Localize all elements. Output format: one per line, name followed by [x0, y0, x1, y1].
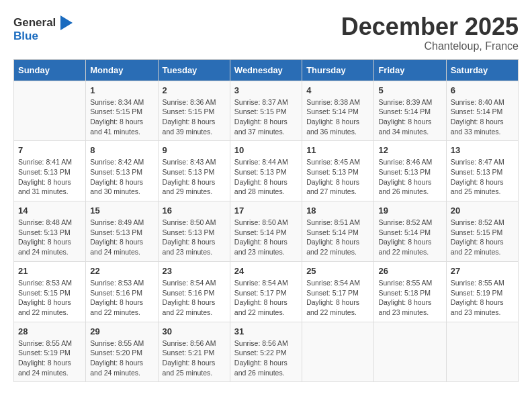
day-number: 19 [378, 205, 441, 216]
day-header-wednesday: Wednesday [230, 59, 302, 81]
calendar-cell: 11Sunrise: 8:45 AM Sunset: 5:13 PM Dayli… [302, 141, 374, 201]
day-info: Sunrise: 8:56 AM Sunset: 5:21 PM Dayligh… [163, 338, 226, 378]
day-info: Sunrise: 8:48 AM Sunset: 5:13 PM Dayligh… [18, 218, 81, 257]
day-info: Sunrise: 8:41 AM Sunset: 5:13 PM Dayligh… [18, 157, 81, 197]
day-info: Sunrise: 8:55 AM Sunset: 5:19 PM Dayligh… [18, 338, 81, 378]
day-header-thursday: Thursday [302, 59, 374, 81]
day-number: 27 [451, 266, 514, 276]
calendar-cell: 27Sunrise: 8:55 AM Sunset: 5:19 PM Dayli… [446, 261, 518, 322]
week-row-1: 1Sunrise: 8:34 AM Sunset: 5:15 PM Daylig… [14, 81, 519, 141]
day-number: 1 [90, 85, 153, 95]
day-number: 13 [451, 145, 514, 155]
day-info: Sunrise: 8:38 AM Sunset: 5:14 PM Dayligh… [306, 97, 369, 137]
calendar-cell: 28Sunrise: 8:55 AM Sunset: 5:19 PM Dayli… [14, 322, 86, 382]
calendar-cell: 8Sunrise: 8:42 AM Sunset: 5:13 PM Daylig… [86, 141, 158, 201]
week-row-4: 21Sunrise: 8:53 AM Sunset: 5:15 PM Dayli… [14, 261, 519, 322]
calendar-cell: 20Sunrise: 8:52 AM Sunset: 5:15 PM Dayli… [446, 201, 518, 262]
header-row: SundayMondayTuesdayWednesdayThursdayFrid… [14, 59, 519, 81]
day-number: 24 [234, 266, 298, 276]
day-number: 25 [306, 266, 369, 276]
day-header-tuesday: Tuesday [158, 59, 230, 81]
day-info: Sunrise: 8:53 AM Sunset: 5:15 PM Dayligh… [18, 278, 81, 318]
day-info: Sunrise: 8:40 AM Sunset: 5:14 PM Dayligh… [451, 97, 514, 137]
day-info: Sunrise: 8:47 AM Sunset: 5:13 PM Dayligh… [451, 157, 514, 197]
day-number: 31 [234, 326, 298, 336]
calendar-cell: 15Sunrise: 8:49 AM Sunset: 5:13 PM Dayli… [86, 201, 158, 262]
calendar-cell: 4Sunrise: 8:38 AM Sunset: 5:14 PM Daylig… [302, 81, 374, 141]
calendar-cell: 31Sunrise: 8:56 AM Sunset: 5:22 PM Dayli… [230, 322, 302, 382]
day-info: Sunrise: 8:50 AM Sunset: 5:13 PM Dayligh… [163, 218, 226, 257]
calendar-cell: 7Sunrise: 8:41 AM Sunset: 5:13 PM Daylig… [14, 141, 86, 201]
day-info: Sunrise: 8:54 AM Sunset: 5:16 PM Dayligh… [163, 278, 226, 318]
day-number: 17 [234, 205, 298, 216]
day-info: Sunrise: 8:54 AM Sunset: 5:17 PM Dayligh… [306, 278, 369, 318]
day-number: 26 [378, 266, 441, 276]
day-number: 21 [18, 266, 81, 276]
calendar-cell: 12Sunrise: 8:46 AM Sunset: 5:13 PM Dayli… [374, 141, 446, 201]
day-number: 11 [306, 145, 369, 155]
calendar-cell: 17Sunrise: 8:50 AM Sunset: 5:14 PM Dayli… [230, 201, 302, 262]
day-number: 15 [90, 205, 153, 216]
calendar-cell: 2Sunrise: 8:36 AM Sunset: 5:15 PM Daylig… [158, 81, 230, 141]
calendar-cell: 22Sunrise: 8:53 AM Sunset: 5:16 PM Dayli… [86, 261, 158, 322]
calendar-cell: 19Sunrise: 8:52 AM Sunset: 5:14 PM Dayli… [374, 201, 446, 262]
day-number: 18 [306, 205, 369, 216]
day-number: 2 [163, 85, 226, 95]
day-number: 10 [234, 145, 298, 155]
day-info: Sunrise: 8:56 AM Sunset: 5:22 PM Dayligh… [234, 338, 298, 378]
logo-general: General [13, 16, 56, 29]
calendar-cell: 26Sunrise: 8:55 AM Sunset: 5:18 PM Dayli… [374, 261, 446, 322]
week-row-2: 7Sunrise: 8:41 AM Sunset: 5:13 PM Daylig… [14, 141, 519, 201]
calendar-cell: 16Sunrise: 8:50 AM Sunset: 5:13 PM Dayli… [158, 201, 230, 262]
svg-marker-0 [60, 15, 73, 30]
day-number: 30 [163, 326, 226, 336]
calendar-cell: 3Sunrise: 8:37 AM Sunset: 5:15 PM Daylig… [230, 81, 302, 141]
day-number: 14 [18, 205, 81, 216]
day-header-friday: Friday [374, 59, 446, 81]
day-info: Sunrise: 8:52 AM Sunset: 5:14 PM Dayligh… [378, 218, 441, 257]
day-info: Sunrise: 8:51 AM Sunset: 5:14 PM Dayligh… [306, 218, 369, 257]
calendar-cell [446, 322, 518, 382]
day-number: 29 [90, 326, 153, 336]
day-info: Sunrise: 8:39 AM Sunset: 5:14 PM Dayligh… [378, 97, 441, 137]
calendar-cell: 13Sunrise: 8:47 AM Sunset: 5:13 PM Dayli… [446, 141, 518, 201]
calendar-cell: 23Sunrise: 8:54 AM Sunset: 5:16 PM Dayli… [158, 261, 230, 322]
day-header-saturday: Saturday [446, 59, 518, 81]
day-header-monday: Monday [86, 59, 158, 81]
day-info: Sunrise: 8:43 AM Sunset: 5:13 PM Dayligh… [163, 157, 226, 197]
calendar-cell: 6Sunrise: 8:40 AM Sunset: 5:14 PM Daylig… [446, 81, 518, 141]
day-info: Sunrise: 8:45 AM Sunset: 5:13 PM Dayligh… [306, 157, 369, 197]
day-info: Sunrise: 8:34 AM Sunset: 5:15 PM Dayligh… [90, 97, 153, 137]
calendar-cell: 14Sunrise: 8:48 AM Sunset: 5:13 PM Dayli… [14, 201, 86, 262]
title-area: December 2025 Chanteloup, France [341, 13, 519, 52]
day-info: Sunrise: 8:54 AM Sunset: 5:17 PM Dayligh… [234, 278, 298, 318]
day-info: Sunrise: 8:52 AM Sunset: 5:15 PM Dayligh… [451, 218, 514, 257]
calendar-cell: 30Sunrise: 8:56 AM Sunset: 5:21 PM Dayli… [158, 322, 230, 382]
day-info: Sunrise: 8:53 AM Sunset: 5:16 PM Dayligh… [90, 278, 153, 318]
day-number: 22 [90, 266, 153, 276]
calendar-cell [14, 81, 86, 141]
day-header-sunday: Sunday [14, 59, 86, 81]
day-info: Sunrise: 8:42 AM Sunset: 5:13 PM Dayligh… [90, 157, 153, 197]
logo: General► Blue [13, 13, 73, 43]
day-info: Sunrise: 8:44 AM Sunset: 5:13 PM Dayligh… [234, 157, 298, 197]
week-row-5: 28Sunrise: 8:55 AM Sunset: 5:19 PM Dayli… [14, 322, 519, 382]
week-row-3: 14Sunrise: 8:48 AM Sunset: 5:13 PM Dayli… [14, 201, 519, 262]
day-number: 4 [306, 85, 369, 95]
day-number: 3 [234, 85, 298, 95]
month-title: December 2025 [341, 13, 519, 40]
header: General► Blue December 2025 Chanteloup, … [13, 13, 519, 52]
day-number: 9 [163, 145, 226, 155]
day-info: Sunrise: 8:46 AM Sunset: 5:13 PM Dayligh… [378, 157, 441, 197]
calendar-cell: 29Sunrise: 8:55 AM Sunset: 5:20 PM Dayli… [86, 322, 158, 382]
day-number: 12 [378, 145, 441, 155]
day-number: 5 [378, 85, 441, 95]
day-info: Sunrise: 8:55 AM Sunset: 5:19 PM Dayligh… [451, 278, 514, 318]
logo-arrow-icon [60, 15, 73, 30]
day-info: Sunrise: 8:49 AM Sunset: 5:13 PM Dayligh… [90, 218, 153, 257]
day-info: Sunrise: 8:55 AM Sunset: 5:20 PM Dayligh… [90, 338, 153, 378]
calendar-cell: 18Sunrise: 8:51 AM Sunset: 5:14 PM Dayli… [302, 201, 374, 262]
day-number: 23 [163, 266, 226, 276]
day-info: Sunrise: 8:55 AM Sunset: 5:18 PM Dayligh… [378, 278, 441, 318]
calendar-cell: 5Sunrise: 8:39 AM Sunset: 5:14 PM Daylig… [374, 81, 446, 141]
